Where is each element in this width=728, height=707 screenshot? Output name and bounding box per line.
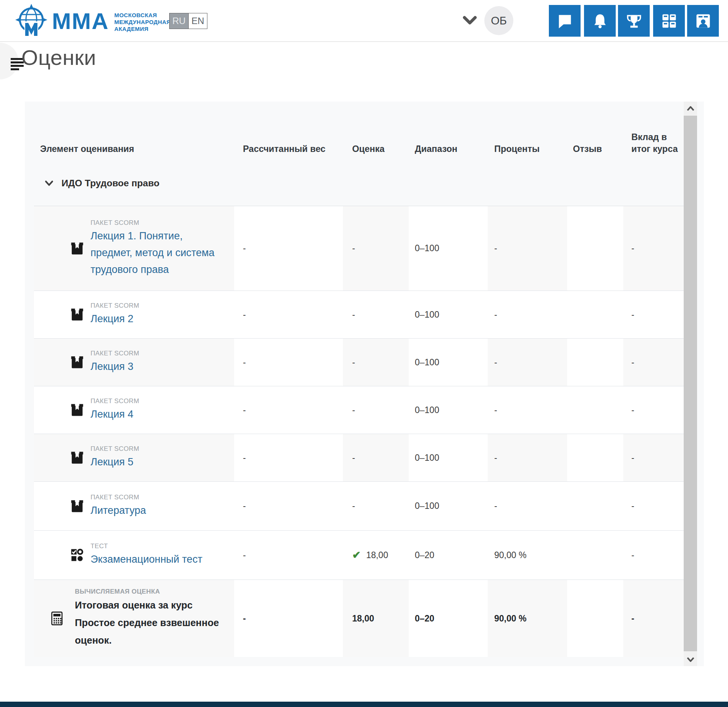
grade-value: - xyxy=(352,243,355,253)
weight-cell: - xyxy=(234,291,343,338)
activity-type-label: ПАКЕТ SCORM xyxy=(91,397,139,405)
grade-cell: ✔ - xyxy=(343,206,409,291)
col-header-percent: Проценты xyxy=(488,102,567,160)
message-icon xyxy=(557,13,573,29)
category-chevron-down-icon[interactable] xyxy=(44,178,54,188)
weight-cell: - xyxy=(234,434,343,481)
scorm-package-icon xyxy=(70,500,84,513)
activity-link[interactable]: Итоговая оценка за курс xyxy=(75,596,226,614)
table-row: ВЫЧИСЛЯЕМАЯ ОЦЕНКА Итоговая оценка за ку… xyxy=(34,580,684,657)
contribution-cell: - xyxy=(623,434,684,481)
grade-value: - xyxy=(352,405,355,415)
avatar[interactable]: ОБ xyxy=(484,6,513,35)
grade-cell: ✔ - xyxy=(343,386,409,434)
percent-cell: 90,00 % xyxy=(488,580,567,657)
percent-cell: - xyxy=(488,434,567,481)
grid-icon xyxy=(661,13,677,29)
activity-type-label: ПАКЕТ SCORM xyxy=(91,302,139,310)
contribution-cell: - xyxy=(623,291,684,338)
profile-card-icon xyxy=(695,13,711,29)
user-menu-chevron-down-icon[interactable] xyxy=(463,15,477,26)
contribution-cell: - xyxy=(623,206,684,291)
activity-link[interactable]: Лекция 2 xyxy=(91,310,139,327)
scrollbar-thumb[interactable] xyxy=(684,116,697,651)
table-row: ТЕСТ Экзаменационный тест - ✔ 18,00 0–20… xyxy=(34,531,684,580)
grade-value: 18,00 xyxy=(352,613,374,624)
table-row: ПАКЕТ SCORM Лекция 2 - ✔ - 0–100 - - xyxy=(34,291,684,339)
calculator-icon xyxy=(51,611,63,626)
weight-cell: - xyxy=(234,386,343,434)
activity-link[interactable]: Лекция 5 xyxy=(91,454,139,470)
table-row: ПАКЕТ SCORM Литература - ✔ - 0–100 - - xyxy=(34,482,684,531)
percent-cell: - xyxy=(488,482,567,530)
scroll-down-icon[interactable] xyxy=(684,652,697,666)
grade-cell: ✔ - xyxy=(343,434,409,481)
logo-subtitle-line: МОСКОВСКАЯ xyxy=(114,12,171,19)
contribution-cell: - xyxy=(623,482,684,530)
table-row: ПАКЕТ SCORM Лекция 4 - ✔ - 0–100 - - xyxy=(34,386,684,434)
trophy-icon xyxy=(626,13,642,29)
logo-subtitle: МОСКОВСКАЯ МЕЖДУНАРОДНАЯ АКАДЕМИЯ xyxy=(114,12,171,32)
activity-link[interactable]: Литература xyxy=(91,502,146,519)
contribution-cell: - xyxy=(623,580,684,657)
grade-cell: ✔ - xyxy=(343,339,409,386)
messages-button[interactable] xyxy=(549,5,581,37)
percent-cell: - xyxy=(488,291,567,338)
lang-ru-button[interactable]: RU xyxy=(170,13,188,29)
grade-cell: ✔ 18,00 xyxy=(343,531,409,579)
pass-check-icon: ✔ xyxy=(352,549,361,561)
contribution-cell: - xyxy=(623,339,684,386)
feedback-cell xyxy=(567,434,623,481)
grade-value: - xyxy=(352,357,355,368)
feedback-cell xyxy=(567,386,623,434)
logo-subtitle-line: МЕЖДУНАРОДНАЯ xyxy=(114,19,171,26)
weight-cell: - xyxy=(234,482,343,530)
bell-icon xyxy=(592,13,608,29)
grade-value: - xyxy=(352,501,355,511)
col-header-item: Элемент оценивания xyxy=(34,102,234,160)
grade-value: - xyxy=(352,453,355,463)
contribution-cell: - xyxy=(623,531,684,579)
courses-grid-button[interactable] xyxy=(653,5,685,37)
activity-type-label: ПАКЕТ SCORM xyxy=(91,350,139,357)
profile-button[interactable] xyxy=(687,5,719,37)
vertical-scrollbar[interactable] xyxy=(684,102,697,666)
category-name[interactable]: ИДО Трудовое право xyxy=(61,178,159,189)
percent-cell: - xyxy=(488,386,567,434)
contribution-cell: - xyxy=(623,386,684,434)
achievements-button[interactable] xyxy=(618,5,650,37)
scorm-package-icon xyxy=(70,404,84,416)
activity-link[interactable]: Лекция 4 xyxy=(91,406,139,423)
globe-logo-icon xyxy=(15,3,48,39)
scorm-package-icon xyxy=(70,308,84,321)
grade-value: - xyxy=(352,310,355,320)
notifications-button[interactable] xyxy=(584,5,616,37)
range-cell: 0–100 xyxy=(409,339,488,386)
feedback-cell xyxy=(567,291,623,338)
activity-link[interactable]: Лекция 3 xyxy=(91,358,139,375)
logo-text: ММА xyxy=(52,8,109,34)
activity-type-label: ПАКЕТ SCORM xyxy=(91,494,146,501)
range-cell: 0–20 xyxy=(409,580,488,657)
scorm-package-icon xyxy=(70,242,84,255)
feedback-cell xyxy=(567,206,623,291)
lang-en-button[interactable]: EN xyxy=(188,13,207,29)
feedback-cell xyxy=(567,482,623,530)
percent-cell: 90,00 % xyxy=(488,531,567,579)
scorm-package-icon xyxy=(70,356,84,369)
grade-cell: ✔ - xyxy=(343,291,409,338)
col-header-feedback: Отзыв xyxy=(567,102,623,160)
quiz-icon xyxy=(71,549,84,562)
activity-link[interactable]: Лекция 1. Понятие, предмет, метод и сист… xyxy=(91,228,226,278)
logo-subtitle-line: АКАДЕМИЯ xyxy=(114,26,171,32)
scorm-package-icon xyxy=(70,451,84,464)
feedback-cell xyxy=(567,339,623,386)
academy-logo[interactable]: ММА МОСКОВСКАЯ МЕЖДУНАРОДНАЯ АКАДЕМИЯ xyxy=(15,3,171,39)
percent-cell: - xyxy=(488,206,567,291)
range-cell: 0–100 xyxy=(409,206,488,291)
feedback-cell xyxy=(567,580,623,657)
activity-link[interactable]: Экзаменационный тест xyxy=(91,551,202,568)
top-header: ММА МОСКОВСКАЯ МЕЖДУНАРОДНАЯ АКАДЕМИЯ RU… xyxy=(0,0,728,42)
scroll-up-icon[interactable] xyxy=(684,102,697,116)
feedback-cell xyxy=(567,531,623,579)
